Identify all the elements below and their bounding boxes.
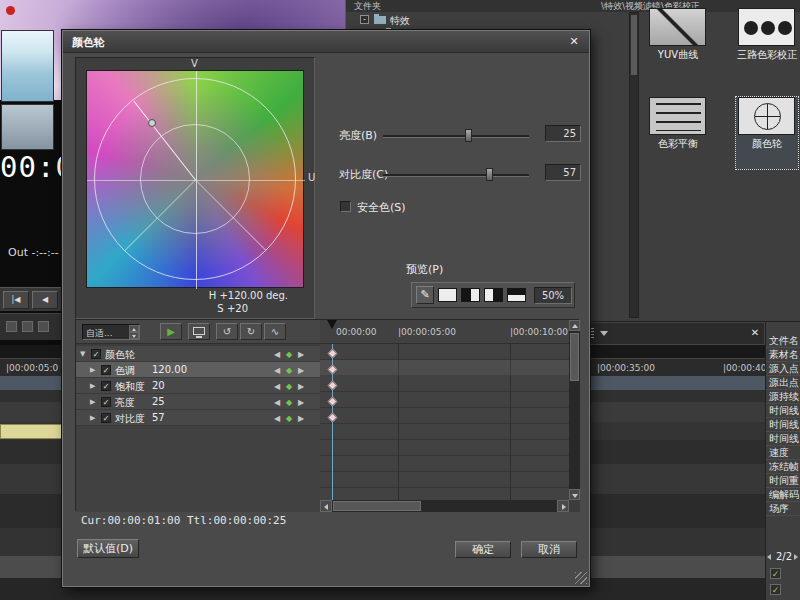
play-button[interactable]: ▶ [160, 323, 182, 340]
bin-field[interactable]: 场序 [766, 502, 800, 516]
preview-layout-full-button[interactable] [438, 288, 457, 302]
loop-backward-button[interactable]: ↺ [216, 323, 238, 340]
add-keyframe-icon[interactable]: ◆ [286, 398, 292, 407]
expand-icon[interactable]: ▶ [90, 366, 95, 374]
horizontal-scrollbar[interactable] [320, 500, 569, 512]
kf-row-color-wheel[interactable]: ▼ ✓ 颜色轮 ◀ ◆ ▶ [76, 346, 320, 362]
cancel-button[interactable]: 取消 [521, 541, 577, 558]
brightness-slider[interactable] [383, 129, 533, 143]
keyframe-grid[interactable] [320, 344, 569, 500]
scrollbar-thumb[interactable] [333, 501, 421, 511]
panel-close-icon[interactable]: ✕ [748, 326, 762, 340]
add-keyframe-icon[interactable]: ◆ [286, 366, 292, 375]
brightness-value[interactable]: 25 [545, 125, 581, 142]
bin-field[interactable]: 文件名 [766, 334, 800, 348]
clip-thumbnail[interactable] [1, 30, 54, 102]
expand-icon[interactable]: ▶ [90, 398, 95, 406]
keyframe-ruler[interactable]: 00:00:00 |00:00:05:00 |00:00:10:00 [320, 320, 569, 344]
default-button[interactable]: 默认值(D) [77, 539, 139, 558]
monitor-button[interactable] [188, 323, 210, 340]
dialog-titlebar[interactable]: 颜色轮 ✕ [63, 31, 589, 53]
spin-up-button[interactable] [129, 325, 139, 332]
kf-row-brightness[interactable]: ▶ ✓ 亮度 25 ◀ ◆ ▶ [76, 394, 320, 410]
tree-item-effects[interactable]: - 特效 [360, 14, 620, 26]
row-checkbox[interactable]: ✓ [101, 365, 111, 375]
effects-scrollbar[interactable] [629, 12, 639, 318]
effect-item-color-wheel[interactable]: 颜色轮 [736, 97, 798, 169]
preview-zoom-value[interactable]: 50% [534, 287, 572, 304]
expand-icon[interactable]: ▼ [80, 350, 85, 358]
bin-field[interactable]: 速度 [766, 446, 800, 460]
prev-keyframe-icon[interactable]: ◀ [274, 398, 280, 407]
loop-forward-button[interactable]: ↻ [240, 323, 262, 340]
spin-down-button[interactable] [129, 332, 139, 339]
bin-field[interactable]: 源持续 [766, 390, 800, 404]
bin-field[interactable]: 时间线 [766, 404, 800, 418]
keyframe-diamond[interactable] [328, 349, 338, 359]
row-checkbox[interactable]: ✓ [101, 397, 111, 407]
add-keyframe-icon[interactable]: ◆ [286, 350, 292, 359]
clip-thumbnail[interactable] [1, 104, 54, 150]
preset-dropdown[interactable]: 自适... [82, 324, 140, 340]
row-checkbox[interactable]: ✓ [101, 413, 111, 423]
vertical-scrollbar[interactable] [569, 320, 580, 500]
row-checkbox[interactable]: ✓ [91, 349, 101, 359]
next-keyframe-icon[interactable]: ▶ [298, 414, 304, 423]
tool-icon[interactable] [22, 321, 33, 332]
safe-color-checkbox[interactable] [340, 201, 351, 212]
resize-grip[interactable] [575, 572, 587, 584]
bin-field[interactable]: 源出点 [766, 376, 800, 390]
draft-preview-button[interactable]: ✎ [416, 286, 434, 304]
color-wheel[interactable] [86, 70, 304, 288]
preview-layout-right-button[interactable] [484, 288, 503, 302]
preview-layout-top-button[interactable] [507, 288, 526, 302]
contrast-value[interactable]: 57 [545, 164, 581, 181]
next-keyframe-icon[interactable]: ▶ [298, 382, 304, 391]
keyframe-diamond[interactable] [328, 413, 338, 423]
scroll-right-icon[interactable] [557, 500, 569, 512]
checkbox[interactable]: ✓ [770, 584, 781, 595]
scrollbar-thumb[interactable] [631, 15, 637, 75]
add-keyframe-icon[interactable]: ◆ [286, 414, 292, 423]
next-keyframe-icon[interactable]: ▶ [298, 398, 304, 407]
effect-item-three-way-color[interactable]: 三路色彩校正 [736, 8, 798, 80]
scroll-left-icon[interactable] [320, 500, 332, 512]
effect-item-yuv-curve[interactable]: YUV曲线 [647, 8, 709, 80]
tool-icon[interactable] [6, 321, 17, 332]
page-prev-icon[interactable] [767, 554, 771, 560]
bin-field[interactable]: 素材名 [766, 348, 800, 362]
slider-handle[interactable] [486, 168, 493, 181]
row-checkbox[interactable]: ✓ [101, 381, 111, 391]
scroll-down-icon[interactable] [569, 489, 580, 500]
slider-handle[interactable] [465, 129, 472, 142]
keyframe-diamond[interactable] [328, 381, 338, 391]
previous-frame-button[interactable]: |◀ [3, 291, 29, 309]
contrast-slider[interactable] [383, 168, 533, 182]
kf-row-hue[interactable]: ▶ ✓ 色调 120.00 ◀ ◆ ▶ [76, 362, 320, 378]
chevron-down-icon[interactable] [600, 331, 608, 336]
expand-icon[interactable]: ▶ [90, 414, 95, 422]
close-icon[interactable]: ✕ [566, 34, 582, 50]
next-keyframe-icon[interactable]: ▶ [298, 366, 304, 375]
page-next-icon[interactable] [794, 554, 798, 560]
add-keyframe-icon[interactable]: ◆ [286, 382, 292, 391]
prev-keyframe-icon[interactable]: ◀ [274, 366, 280, 375]
play-backward-button[interactable]: ◀ [32, 291, 58, 309]
hue-selector-handle[interactable] [148, 119, 156, 127]
slider-track[interactable] [383, 174, 529, 177]
bin-field[interactable]: 时间重 [766, 474, 800, 488]
slider-track[interactable] [383, 135, 529, 138]
bin-field[interactable]: 时间线 [766, 432, 800, 446]
checkbox[interactable]: ✓ [770, 568, 781, 579]
prev-keyframe-icon[interactable]: ◀ [274, 382, 280, 391]
bin-field[interactable]: 编解码 [766, 488, 800, 502]
scroll-up-icon[interactable] [569, 320, 580, 331]
scrollbar-thumb[interactable] [570, 333, 579, 381]
ok-button[interactable]: 确定 [455, 541, 511, 558]
prev-keyframe-icon[interactable]: ◀ [274, 414, 280, 423]
keyframe-diamond[interactable] [328, 397, 338, 407]
bin-field[interactable]: 时间线 [766, 418, 800, 432]
timeline-clip[interactable] [0, 424, 62, 439]
kf-row-saturation[interactable]: ▶ ✓ 饱和度 20 ◀ ◆ ▶ [76, 378, 320, 394]
bin-field[interactable]: 源入点 [766, 362, 800, 376]
